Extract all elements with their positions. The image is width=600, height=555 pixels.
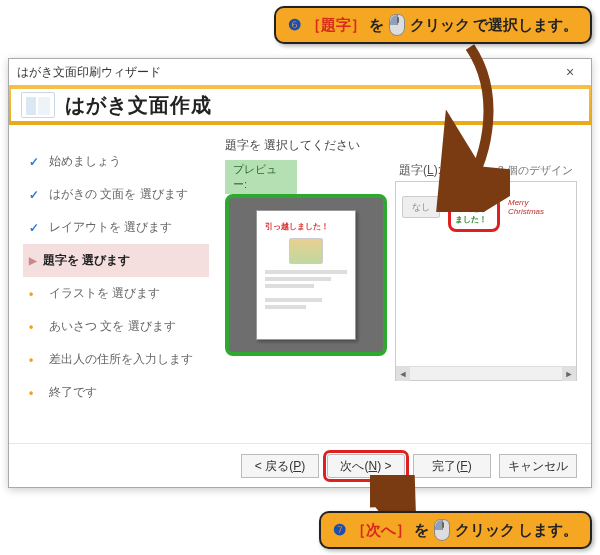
- card-title: 引っ越しました！: [265, 221, 347, 232]
- dot-icon: •: [29, 353, 39, 367]
- scroll-left-icon[interactable]: ◄: [396, 367, 410, 381]
- callout-top-post: で選択します。: [473, 16, 578, 35]
- check-icon: ✓: [29, 188, 39, 202]
- card-illustration-icon: [289, 238, 323, 264]
- check-icon: ✓: [29, 155, 39, 169]
- daiji-thumb-3[interactable]: Merry Christmas: [508, 196, 546, 218]
- step-label: イラストを 選びます: [49, 285, 160, 302]
- step-label: 始めましょう: [49, 153, 121, 170]
- callout-top-bracket: ［題字］: [306, 16, 366, 35]
- arrow-top: [420, 42, 510, 212]
- preview-box: 引っ越しました！: [225, 194, 387, 356]
- dot-icon: •: [29, 386, 39, 400]
- close-button[interactable]: ×: [557, 64, 583, 80]
- window-title: はがき文面印刷ウィザード: [17, 64, 161, 81]
- step-sender: •差出人の住所を入力します: [23, 343, 209, 376]
- callout-bottom-action: クリック: [455, 521, 515, 540]
- callout-bottom: ❼ ［次へ］ を クリック します。: [319, 511, 592, 549]
- step-label: あいさつ 文を 選びます: [49, 318, 176, 335]
- preview-label: プレビュー:: [225, 160, 297, 194]
- instruction-text: 題字を 選択してください: [225, 137, 577, 154]
- cancel-button[interactable]: キャンセル: [499, 454, 577, 478]
- callout-top-action: クリック: [410, 16, 470, 35]
- page-title: はがき文面作成: [65, 92, 212, 119]
- callout-bottom-bracket: ［次へ］: [351, 521, 411, 540]
- mouse-icon: [389, 14, 405, 36]
- step-label: 題字を 選びます: [43, 252, 130, 269]
- callout-bottom-post: します。: [518, 521, 578, 540]
- callout-bottom-pre: を: [414, 521, 429, 540]
- step-label: 終了です: [49, 384, 97, 401]
- step-layout: ✓レイアウトを 選びます: [23, 211, 209, 244]
- check-icon: ✓: [29, 221, 39, 235]
- step-label: 差出人の住所を入力します: [49, 351, 193, 368]
- back-button[interactable]: < 戻る(P): [241, 454, 319, 478]
- callout-top-num: ❻: [288, 16, 301, 34]
- steps-list: ✓始めましょう ✓はがきの 文面を 選びます ✓レイアウトを 選びます 題字を …: [23, 137, 209, 437]
- step-illust: •イラストを 選びます: [23, 277, 209, 310]
- step-label: はがきの 文面を 選びます: [49, 186, 188, 203]
- step-greeting: •あいさつ 文を 選びます: [23, 310, 209, 343]
- step-start: ✓始めましょう: [23, 145, 209, 178]
- step-daiji: 題字を 選びます: [23, 244, 209, 277]
- scroll-right-icon[interactable]: ►: [562, 367, 576, 381]
- step-label: レイアウトを 選びます: [49, 219, 172, 236]
- preview-column: プレビュー: 引っ越しました！: [225, 160, 387, 356]
- scrollbar-horizontal[interactable]: ◄ ►: [396, 366, 576, 380]
- callout-bottom-num: ❼: [333, 521, 346, 539]
- mouse-icon: [434, 519, 450, 541]
- preview-card: 引っ越しました！: [256, 210, 356, 340]
- callout-top: ❻ ［題字］ を クリック で選択します。: [274, 6, 592, 44]
- button-row: < 戻る(P) 次へ(N) > 完了(F) キャンセル: [9, 443, 591, 490]
- dot-icon: •: [29, 320, 39, 334]
- step-bunmen: ✓はがきの 文面を 選びます: [23, 178, 209, 211]
- dot-icon: •: [29, 287, 39, 301]
- callout-top-pre: を: [369, 16, 384, 35]
- postcard-icon: [21, 92, 55, 118]
- step-finish: •終了です: [23, 376, 209, 409]
- right-pane: 題字を 選択してください プレビュー: 引っ越しました！: [209, 137, 577, 437]
